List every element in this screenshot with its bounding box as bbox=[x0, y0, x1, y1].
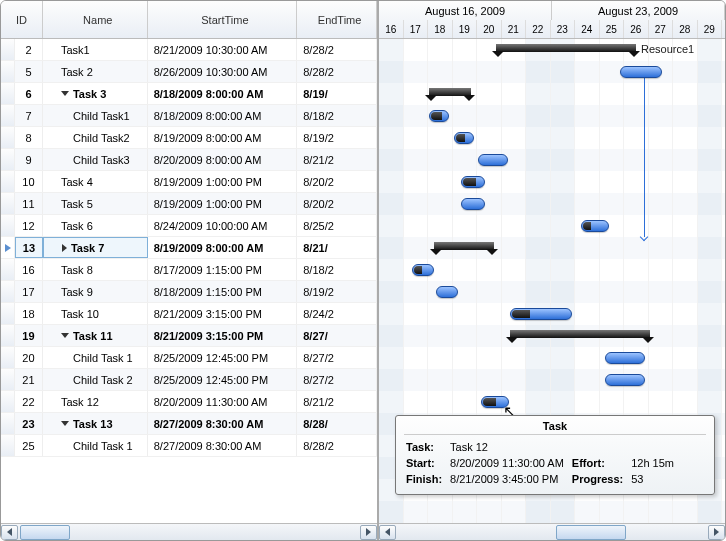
day-header[interactable]: 22 bbox=[526, 20, 551, 38]
cell-name[interactable]: Task 7 bbox=[43, 237, 148, 258]
cell-id[interactable]: 22 bbox=[15, 391, 43, 412]
row-header[interactable] bbox=[1, 105, 15, 126]
row-header[interactable] bbox=[1, 281, 15, 302]
task-bar[interactable] bbox=[620, 66, 662, 78]
task-bar[interactable] bbox=[412, 264, 434, 276]
cell-id[interactable]: 20 bbox=[15, 347, 43, 368]
row-header[interactable] bbox=[1, 347, 15, 368]
row-header[interactable] bbox=[1, 193, 15, 214]
row-header[interactable] bbox=[1, 237, 15, 258]
cell-end[interactable]: 8/21/2 bbox=[297, 391, 377, 412]
day-header[interactable]: 28 bbox=[673, 20, 698, 38]
chevron-down-icon[interactable] bbox=[61, 421, 69, 426]
cell-end[interactable]: 8/28/2 bbox=[297, 61, 377, 82]
cell-start[interactable]: 8/27/2009 8:30:00 AM bbox=[148, 413, 298, 434]
cell-name[interactable]: Task 9 bbox=[43, 281, 148, 302]
cell-start[interactable]: 8/19/2009 8:00:00 AM bbox=[148, 237, 298, 258]
day-header[interactable]: 18 bbox=[428, 20, 453, 38]
row-header[interactable] bbox=[1, 369, 15, 390]
row-header[interactable] bbox=[1, 127, 15, 148]
cell-name[interactable]: Child Task 2 bbox=[43, 369, 148, 390]
scroll-left-button[interactable] bbox=[1, 525, 18, 540]
cell-start[interactable]: 8/26/2009 10:30:00 AM bbox=[148, 61, 298, 82]
summary-bar[interactable] bbox=[510, 330, 650, 338]
table-row[interactable]: 7Child Task18/18/2009 8:00:00 AM8/18/2 bbox=[1, 105, 377, 127]
cell-id[interactable]: 16 bbox=[15, 259, 43, 280]
cell-end[interactable]: 8/27/2 bbox=[297, 369, 377, 390]
day-header[interactable]: 16 bbox=[379, 20, 404, 38]
cell-id[interactable]: 9 bbox=[15, 149, 43, 170]
table-row[interactable]: 8Child Task28/19/2009 8:00:00 AM8/19/2 bbox=[1, 127, 377, 149]
table-row[interactable]: 12Task 68/24/2009 10:00:00 AM8/25/2 bbox=[1, 215, 377, 237]
day-header[interactable]: 24 bbox=[575, 20, 600, 38]
cell-end[interactable]: 8/24/2 bbox=[297, 303, 377, 324]
cell-start[interactable]: 8/20/2009 8:00:00 AM bbox=[148, 149, 298, 170]
cell-end[interactable]: 8/21/ bbox=[297, 237, 377, 258]
row-header[interactable] bbox=[1, 303, 15, 324]
task-bar[interactable] bbox=[510, 308, 572, 320]
row-header[interactable] bbox=[1, 391, 15, 412]
scroll-right-button[interactable] bbox=[708, 525, 725, 540]
cell-name[interactable]: Task 12 bbox=[43, 391, 148, 412]
scroll-thumb[interactable] bbox=[20, 525, 70, 540]
cell-name[interactable]: Task 13 bbox=[43, 413, 148, 434]
cell-name[interactable]: Task 2 bbox=[43, 61, 148, 82]
day-header[interactable]: 25 bbox=[600, 20, 625, 38]
task-bar[interactable] bbox=[436, 286, 458, 298]
week-header-1[interactable]: August 16, 2009 bbox=[379, 1, 552, 20]
cell-end[interactable]: 8/25/2 bbox=[297, 215, 377, 236]
cell-name[interactable]: Child Task 1 bbox=[43, 347, 148, 368]
table-row[interactable]: 17Task 98/18/2009 1:15:00 PM8/19/2 bbox=[1, 281, 377, 303]
table-row[interactable]: 18Task 108/21/2009 3:15:00 PM8/24/2 bbox=[1, 303, 377, 325]
cell-start[interactable]: 8/19/2009 1:00:00 PM bbox=[148, 193, 298, 214]
cell-id[interactable]: 7 bbox=[15, 105, 43, 126]
cell-end[interactable]: 8/28/2 bbox=[297, 39, 377, 60]
table-row[interactable]: 22Task 128/20/2009 11:30:00 AM8/21/2 bbox=[1, 391, 377, 413]
cell-end[interactable]: 8/28/ bbox=[297, 413, 377, 434]
cell-id[interactable]: 18 bbox=[15, 303, 43, 324]
cell-name[interactable]: Task 4 bbox=[43, 171, 148, 192]
table-row[interactable]: 16Task 88/17/2009 1:15:00 PM8/18/2 bbox=[1, 259, 377, 281]
row-header[interactable] bbox=[1, 259, 15, 280]
cell-id[interactable]: 8 bbox=[15, 127, 43, 148]
cell-end[interactable]: 8/19/ bbox=[297, 83, 377, 104]
chevron-down-icon[interactable] bbox=[61, 333, 69, 338]
row-header[interactable] bbox=[1, 39, 15, 60]
cell-end[interactable]: 8/28/2 bbox=[297, 435, 377, 456]
gantt-hscroll[interactable] bbox=[379, 523, 725, 540]
cell-id[interactable]: 19 bbox=[15, 325, 43, 346]
table-row[interactable]: 2Task18/21/2009 10:30:00 AM8/28/2 bbox=[1, 39, 377, 61]
cell-id[interactable]: 13 bbox=[15, 237, 43, 258]
cell-start[interactable]: 8/25/2009 12:45:00 PM bbox=[148, 369, 298, 390]
cell-start[interactable]: 8/18/2009 1:15:00 PM bbox=[148, 281, 298, 302]
cell-end[interactable]: 8/18/2 bbox=[297, 259, 377, 280]
day-header[interactable]: 27 bbox=[649, 20, 674, 38]
cell-id[interactable]: 11 bbox=[15, 193, 43, 214]
cell-id[interactable]: 25 bbox=[15, 435, 43, 456]
cell-end[interactable]: 8/27/2 bbox=[297, 347, 377, 368]
cell-start[interactable]: 8/19/2009 8:00:00 AM bbox=[148, 127, 298, 148]
table-row[interactable]: 21Child Task 28/25/2009 12:45:00 PM8/27/… bbox=[1, 369, 377, 391]
cell-id[interactable]: 5 bbox=[15, 61, 43, 82]
cell-end[interactable]: 8/19/2 bbox=[297, 281, 377, 302]
task-bar[interactable] bbox=[461, 176, 485, 188]
col-header-name[interactable]: Name bbox=[43, 1, 148, 38]
table-row[interactable]: 20Child Task 18/25/2009 12:45:00 PM8/27/… bbox=[1, 347, 377, 369]
scroll-track[interactable] bbox=[396, 525, 708, 540]
cell-start[interactable]: 8/21/2009 3:15:00 PM bbox=[148, 325, 298, 346]
row-header[interactable] bbox=[1, 325, 15, 346]
cell-id[interactable]: 21 bbox=[15, 369, 43, 390]
chevron-down-icon[interactable] bbox=[61, 91, 69, 96]
day-header[interactable]: 29 bbox=[698, 20, 723, 38]
grid-hscroll[interactable] bbox=[1, 523, 377, 540]
gantt-body[interactable]: ↖ Task Task: Task 12 Start: 8/20/2009 11… bbox=[379, 39, 725, 523]
day-header[interactable]: 26 bbox=[624, 20, 649, 38]
cell-name[interactable]: Child Task2 bbox=[43, 127, 148, 148]
cell-start[interactable]: 8/17/2009 1:15:00 PM bbox=[148, 259, 298, 280]
table-row[interactable]: 9Child Task38/20/2009 8:00:00 AM8/21/2 bbox=[1, 149, 377, 171]
cell-name[interactable]: Child Task3 bbox=[43, 149, 148, 170]
day-header[interactable]: 20 bbox=[477, 20, 502, 38]
cell-name[interactable]: Task 8 bbox=[43, 259, 148, 280]
summary-bar[interactable] bbox=[434, 242, 494, 250]
table-row[interactable]: 23Task 138/27/2009 8:30:00 AM8/28/ bbox=[1, 413, 377, 435]
